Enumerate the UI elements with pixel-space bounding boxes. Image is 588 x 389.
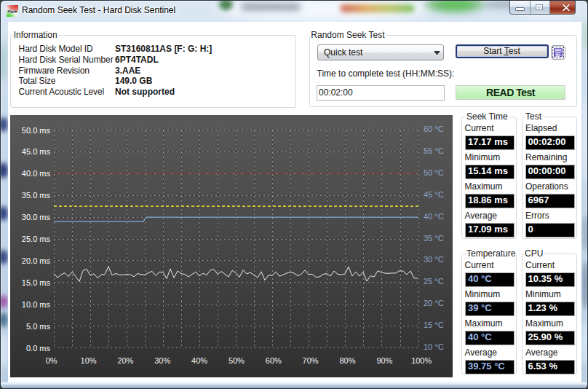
- svg-text:55 °C: 55 °C: [424, 146, 444, 155]
- svg-text:35 °C: 35 °C: [424, 234, 444, 243]
- svg-text:0%: 0%: [46, 356, 57, 365]
- svg-text:10%: 10%: [81, 356, 97, 365]
- svg-text:20 °C: 20 °C: [424, 299, 444, 307]
- svg-text:25.0 ms: 25.0 ms: [22, 235, 51, 243]
- svg-text:40 °C: 40 °C: [424, 212, 444, 221]
- svg-text:100%: 100%: [411, 356, 432, 365]
- svg-text:5.0 ms: 5.0 ms: [26, 322, 51, 331]
- svg-text:10 °C: 10 °C: [424, 342, 444, 351]
- svg-text:30 °C: 30 °C: [424, 255, 444, 264]
- svg-text:50%: 50%: [229, 356, 245, 365]
- svg-text:30%: 30%: [154, 356, 170, 365]
- svg-text:15 °C: 15 °C: [424, 321, 444, 329]
- svg-text:90%: 90%: [376, 356, 392, 365]
- svg-text:35.0 ms: 35.0 ms: [22, 191, 51, 200]
- svg-text:70%: 70%: [303, 356, 319, 365]
- svg-text:40.0 ms: 40.0 ms: [22, 169, 51, 178]
- svg-text:60%: 60%: [266, 356, 282, 365]
- svg-text:20.0 ms: 20.0 ms: [22, 256, 51, 265]
- svg-text:45 °C: 45 °C: [424, 190, 444, 199]
- svg-text:50.0 ms: 50.0 ms: [22, 126, 51, 135]
- svg-text:10.0 ms: 10.0 ms: [22, 300, 51, 309]
- svg-text:15.0 ms: 15.0 ms: [22, 278, 51, 287]
- svg-text:80%: 80%: [339, 356, 355, 365]
- svg-text:25 °C: 25 °C: [424, 277, 444, 286]
- svg-text:50 °C: 50 °C: [424, 168, 444, 177]
- svg-text:60 °C: 60 °C: [424, 125, 444, 133]
- svg-text:45.0 ms: 45.0 ms: [22, 147, 51, 156]
- svg-text:20%: 20%: [117, 356, 133, 365]
- svg-text:30.0 ms: 30.0 ms: [22, 213, 51, 221]
- svg-text:0.0 ms: 0.0 ms: [26, 344, 51, 353]
- svg-text:40%: 40%: [191, 356, 207, 365]
